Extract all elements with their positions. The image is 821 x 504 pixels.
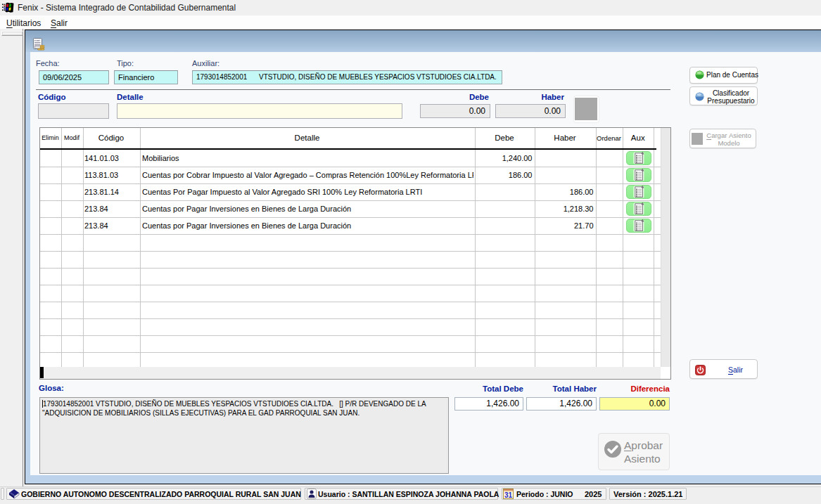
svg-text:31: 31 — [504, 491, 513, 499]
